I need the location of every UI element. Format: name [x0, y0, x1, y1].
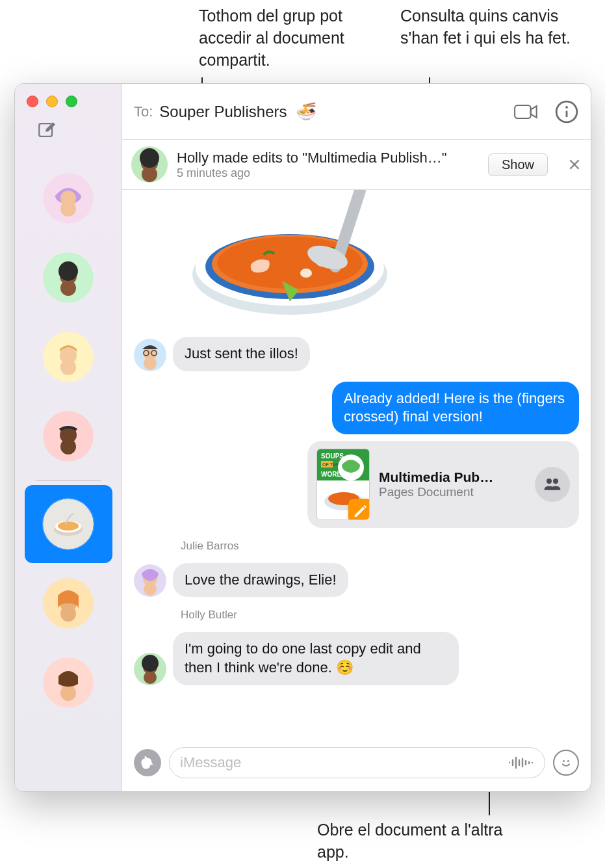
message-bubble[interactable]: Just sent the illos! [173, 337, 310, 371]
svg-point-12 [58, 521, 79, 531]
conversation-item[interactable] [25, 239, 112, 317]
soup-group-avatar [49, 505, 88, 544]
message-bubble[interactable]: I'm going to do one last copy edit and t… [173, 632, 459, 685]
messages-window: To: Souper Publishers 🍜 [14, 83, 591, 792]
sidebar-divider [36, 480, 101, 481]
svg-point-7 [60, 347, 77, 364]
svg-point-22 [140, 148, 159, 168]
svg-point-46 [553, 479, 558, 484]
svg-point-5 [58, 261, 78, 281]
message-bubble-outgoing[interactable]: Already added! Here is the (fingers cros… [332, 382, 579, 434]
conversation-header: To: Souper Publishers 🍜 [122, 84, 591, 140]
svg-rect-17 [515, 105, 531, 118]
memoji-avatar [134, 564, 166, 597]
conversation-item[interactable] [25, 318, 112, 396]
message-row-incoming: I'm going to do one last copy edit and t… [134, 632, 579, 685]
close-icon[interactable] [567, 157, 582, 172]
message-avatar [134, 339, 166, 371]
attachment-image-soup[interactable] [179, 190, 413, 326]
svg-point-19 [565, 105, 568, 108]
message-sender-name: Holly Butler [181, 609, 579, 622]
message-row-incoming: Just sent the illos! [134, 337, 579, 371]
zoom-window-button[interactable] [66, 96, 77, 107]
svg-point-29 [300, 269, 312, 278]
memoji-avatar [49, 584, 88, 623]
document-subtitle: Pages Document [379, 485, 526, 499]
audio-message-icon[interactable] [507, 752, 534, 774]
conversation-item[interactable] [25, 159, 112, 237]
collaboration-banner: Holly made edits to "Multimedia Publish…… [122, 140, 591, 190]
show-button[interactable]: Show [488, 153, 548, 176]
callout-group-access: Tothom del grup pot accedir al document … [199, 5, 381, 71]
input-placeholder: iMessage [180, 754, 241, 771]
message-bubble[interactable]: Love the drawings, Elie! [173, 563, 348, 598]
svg-point-45 [547, 479, 552, 484]
group-emoji: 🍜 [296, 101, 316, 122]
to-value[interactable]: Souper Publishers [159, 103, 287, 121]
memoji-avatar [131, 146, 168, 183]
memoji-avatar [49, 663, 88, 702]
info-icon[interactable] [554, 99, 579, 124]
svg-point-51 [142, 655, 159, 672]
svg-point-2 [60, 191, 76, 206]
document-meta: Multimedia Pub… Pages Document [379, 469, 526, 499]
svg-point-52 [563, 761, 564, 761]
conversation-item[interactable] [25, 644, 112, 722]
facetime-icon[interactable] [514, 99, 539, 124]
message-row-outgoing: Already added! Here is the (fingers cros… [134, 382, 579, 434]
to-label: To: [134, 103, 153, 120]
document-title: Multimedia Pub… [379, 469, 526, 485]
banner-title: Holly made edits to "Multimedia Publish…… [177, 150, 479, 166]
close-window-button[interactable] [27, 96, 38, 107]
message-input[interactable]: iMessage [169, 747, 545, 778]
svg-text:SOUPS: SOUPS [321, 453, 344, 460]
apps-button[interactable] [134, 749, 161, 776]
minimize-window-button[interactable] [46, 96, 58, 107]
message-avatar [134, 653, 166, 685]
svg-text:OF THE: OF THE [322, 462, 339, 467]
callout-changes: Consulta quins canvis s'han fet i qui el… [400, 5, 582, 49]
emoji-picker-button[interactable] [553, 750, 579, 776]
banner-timestamp: 5 minutes ago [177, 166, 479, 180]
window-controls [27, 96, 77, 107]
conversation-item-selected[interactable] [25, 485, 112, 563]
pages-app-badge-icon [348, 499, 370, 520]
conversation-view: Just sent the illos! Already added! Here… [122, 190, 591, 738]
collaborators-icon[interactable] [535, 467, 570, 502]
message-avatar [134, 564, 166, 597]
sidebar [15, 84, 122, 791]
memoji-avatar [49, 179, 88, 218]
svg-point-53 [568, 761, 569, 761]
message-sender-name: Julie Barros [181, 540, 579, 553]
message-row-incoming: Love the drawings, Elie! [134, 563, 579, 598]
memoji-avatar [49, 337, 88, 376]
shared-document-card[interactable]: SOUPS OF THE WORLD Multimedia Pub… [307, 441, 579, 528]
compose-icon[interactable] [36, 119, 58, 141]
conversation-item[interactable] [25, 397, 112, 475]
memoji-avatar [49, 258, 88, 297]
conversation-item[interactable] [25, 564, 112, 642]
banner-avatar [131, 146, 168, 183]
callout-open-doc: Obre el document a l'altra app. [317, 819, 525, 863]
memoji-avatar [134, 653, 166, 685]
document-thumbnail: SOUPS OF THE WORLD [316, 449, 370, 520]
memoji-avatar [134, 339, 166, 371]
main-panel: To: Souper Publishers 🍜 [122, 84, 591, 791]
input-bar: iMessage [122, 738, 591, 791]
memoji-avatar [49, 417, 88, 456]
